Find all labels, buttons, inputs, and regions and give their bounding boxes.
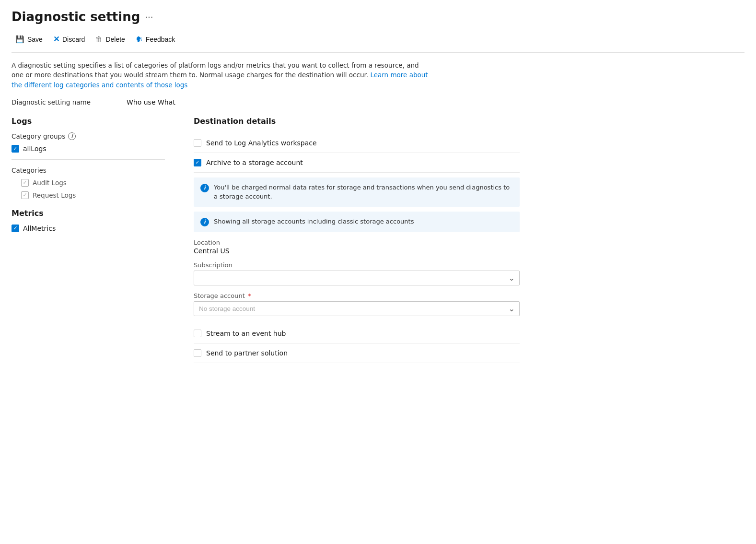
allLogs-row: allLogs (12, 145, 165, 153)
requestLogs-row: Request Logs (12, 191, 165, 199)
setting-name-row: Diagnostic setting name Who use What (12, 98, 744, 106)
storage-account-field-label: Storage account * (194, 292, 520, 299)
logs-divider (12, 159, 165, 160)
log-analytics-row: Send to Log Analytics workspace (194, 133, 520, 153)
event-hub-label: Stream to an event hub (206, 330, 286, 337)
save-label: Save (27, 35, 43, 43)
category-groups-label: Category groups (12, 132, 65, 140)
log-analytics-label: Send to Log Analytics workspace (206, 139, 317, 147)
title-text: Diagnostic setting (12, 10, 140, 24)
metrics-section: Metrics AllMetrics (12, 209, 165, 232)
allMetrics-label: AllMetrics (23, 225, 56, 232)
storage-info-icon-1: i (200, 184, 209, 192)
storage-account-section: i You'll be charged normal data rates fo… (194, 177, 520, 317)
location-field: Location Central US (194, 239, 520, 255)
partner-solution-label: Send to partner solution (206, 349, 288, 357)
storage-account-required: * (248, 292, 251, 299)
subscription-dropdown-wrapper (194, 271, 520, 285)
setting-name-value: Who use What (127, 98, 175, 106)
allLogs-checkbox[interactable] (12, 145, 19, 153)
category-groups-info-icon[interactable]: i (68, 132, 76, 140)
storage-account-label: Archive to a storage account (206, 159, 303, 166)
event-hub-row: Stream to an event hub (194, 324, 520, 343)
storage-account-field: Storage account * No storage account (194, 292, 520, 316)
discard-icon: ✕ (53, 35, 59, 44)
delete-button[interactable]: 🗑 Delete (92, 33, 128, 45)
page-title: Diagnostic setting ··· (12, 10, 744, 24)
discard-label: Discard (62, 35, 85, 43)
destination-title: Destination details (194, 117, 520, 126)
categories-label: Categories (12, 166, 165, 174)
allLogs-label: allLogs (23, 145, 47, 153)
right-panel: Destination details Send to Log Analytic… (194, 117, 520, 364)
description-text: A diagnostic setting specifies a list of… (12, 60, 429, 90)
feedback-icon: 🗣 (136, 35, 143, 43)
partner-solution-checkbox[interactable] (194, 349, 201, 357)
auditLogs-label: Audit Logs (33, 179, 67, 187)
delete-icon: 🗑 (95, 35, 103, 43)
discard-button[interactable]: ✕ Discard (49, 33, 89, 46)
allMetrics-row: AllMetrics (12, 225, 165, 232)
left-panel: Logs Category groups i allLogs Categorie… (12, 117, 165, 364)
delete-label: Delete (105, 35, 125, 43)
save-icon: 💾 (15, 35, 24, 44)
location-label: Location (194, 239, 520, 246)
auditLogs-row: Audit Logs (12, 179, 165, 187)
storage-account-row: Archive to a storage account (194, 153, 520, 173)
subscription-field: Subscription (194, 261, 520, 285)
metrics-section-title: Metrics (12, 209, 165, 218)
storage-info-icon-2: i (200, 218, 209, 226)
toolbar: 💾 Save ✕ Discard 🗑 Delete 🗣 Feedback (12, 33, 744, 53)
storage-account-dropdown-wrapper: No storage account (194, 301, 520, 316)
storage-account-dropdown[interactable]: No storage account (194, 301, 520, 316)
storage-account-label-text: Storage account (194, 292, 245, 299)
logs-section-title: Logs (12, 117, 165, 126)
desc-main: A diagnostic setting specifies a list of… (12, 61, 419, 79)
requestLogs-checkbox[interactable] (21, 191, 29, 199)
storage-info-text-2: Showing all storage accounts including c… (214, 217, 414, 226)
allMetrics-checkbox[interactable] (12, 225, 19, 232)
storage-info-text-1: You'll be charged normal data rates for … (214, 183, 513, 201)
partner-solution-row: Send to partner solution (194, 343, 520, 363)
auditLogs-checkbox[interactable] (21, 179, 29, 187)
storage-info-box-2: i Showing all storage accounts including… (194, 212, 520, 232)
feedback-label: Feedback (146, 35, 175, 43)
subscription-dropdown[interactable] (194, 271, 520, 285)
save-button[interactable]: 💾 Save (12, 33, 47, 46)
feedback-button[interactable]: 🗣 Feedback (132, 33, 179, 45)
category-groups-header: Category groups i (12, 132, 165, 140)
main-layout: Logs Category groups i allLogs Categorie… (12, 117, 744, 364)
location-value: Central US (194, 247, 520, 255)
storage-account-checkbox[interactable] (194, 159, 201, 166)
log-analytics-checkbox[interactable] (194, 139, 201, 147)
event-hub-checkbox[interactable] (194, 330, 201, 337)
subscription-label: Subscription (194, 261, 520, 269)
requestLogs-label: Request Logs (33, 191, 76, 199)
title-ellipsis: ··· (145, 12, 153, 22)
storage-info-box-1: i You'll be charged normal data rates fo… (194, 177, 520, 207)
setting-name-label: Diagnostic setting name (12, 98, 107, 106)
